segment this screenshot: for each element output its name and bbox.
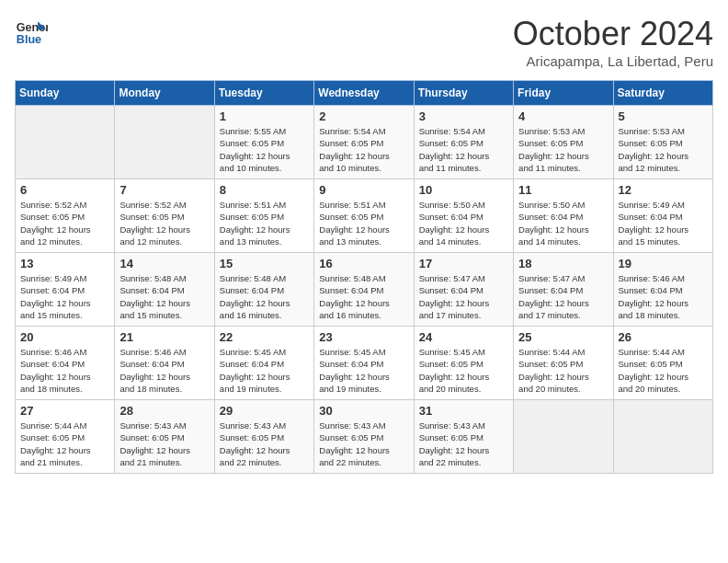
day-info: Sunrise: 5:50 AM Sunset: 6:04 PM Dayligh… [518, 199, 608, 247]
location-subtitle: Aricapampa, La Libertad, Peru [513, 53, 713, 69]
day-number: 8 [220, 183, 309, 197]
day-info: Sunrise: 5:51 AM Sunset: 6:05 PM Dayligh… [220, 199, 309, 247]
day-info: Sunrise: 5:52 AM Sunset: 6:05 PM Dayligh… [20, 199, 109, 247]
day-number: 31 [419, 404, 508, 418]
column-header-saturday: Saturday [613, 81, 712, 106]
calendar-cell: 17Sunrise: 5:47 AM Sunset: 6:04 PM Dayli… [414, 253, 513, 327]
day-number: 26 [619, 330, 708, 344]
day-info: Sunrise: 5:47 AM Sunset: 6:04 PM Dayligh… [419, 272, 508, 321]
calendar-cell: 10Sunrise: 5:50 AM Sunset: 6:04 PM Dayli… [414, 179, 513, 253]
calendar-cell: 20Sunrise: 5:46 AM Sunset: 6:04 PM Dayli… [16, 327, 115, 400]
day-info: Sunrise: 5:44 AM Sunset: 6:05 PM Dayligh… [20, 419, 109, 468]
calendar-week-row: 1Sunrise: 5:55 AM Sunset: 6:05 PM Daylig… [16, 106, 713, 179]
day-info: Sunrise: 5:43 AM Sunset: 6:05 PM Dayligh… [119, 419, 209, 468]
calendar-cell: 22Sunrise: 5:45 AM Sunset: 6:04 PM Dayli… [214, 327, 313, 400]
calendar-week-row: 20Sunrise: 5:46 AM Sunset: 6:04 PM Dayli… [16, 327, 713, 400]
column-header-sunday: Sunday [16, 81, 115, 106]
calendar-cell: 27Sunrise: 5:44 AM Sunset: 6:05 PM Dayli… [16, 400, 115, 474]
calendar-cell: 12Sunrise: 5:49 AM Sunset: 6:04 PM Dayli… [613, 179, 712, 253]
calendar-header-row: SundayMondayTuesdayWednesdayThursdayFrid… [16, 81, 713, 106]
day-number: 18 [518, 257, 608, 270]
calendar-cell: 5Sunrise: 5:53 AM Sunset: 6:05 PM Daylig… [613, 106, 712, 179]
calendar-cell: 14Sunrise: 5:48 AM Sunset: 6:04 PM Dayli… [115, 253, 214, 327]
day-info: Sunrise: 5:44 AM Sunset: 6:05 PM Dayligh… [619, 346, 708, 395]
page-header: General Blue October 2024 Aricapampa, La… [15, 15, 713, 69]
day-info: Sunrise: 5:54 AM Sunset: 6:05 PM Dayligh… [419, 125, 508, 174]
calendar-cell: 3Sunrise: 5:54 AM Sunset: 6:05 PM Daylig… [414, 106, 513, 179]
day-info: Sunrise: 5:53 AM Sunset: 6:05 PM Dayligh… [518, 125, 608, 174]
calendar-cell [16, 106, 115, 179]
day-number: 6 [20, 183, 109, 197]
day-info: Sunrise: 5:43 AM Sunset: 6:05 PM Dayligh… [220, 419, 309, 468]
calendar-cell: 29Sunrise: 5:43 AM Sunset: 6:05 PM Dayli… [214, 400, 313, 474]
calendar-cell: 4Sunrise: 5:53 AM Sunset: 6:05 PM Daylig… [514, 106, 613, 179]
calendar-cell: 26Sunrise: 5:44 AM Sunset: 6:05 PM Dayli… [613, 327, 712, 400]
calendar-cell: 8Sunrise: 5:51 AM Sunset: 6:05 PM Daylig… [214, 179, 313, 253]
day-info: Sunrise: 5:46 AM Sunset: 6:04 PM Dayligh… [119, 346, 209, 395]
calendar-cell [514, 400, 613, 474]
calendar-cell: 23Sunrise: 5:45 AM Sunset: 6:04 PM Dayli… [314, 327, 414, 400]
column-header-wednesday: Wednesday [314, 81, 414, 106]
calendar-cell: 2Sunrise: 5:54 AM Sunset: 6:05 PM Daylig… [314, 106, 414, 179]
day-info: Sunrise: 5:44 AM Sunset: 6:05 PM Dayligh… [518, 346, 608, 395]
day-info: Sunrise: 5:54 AM Sunset: 6:05 PM Dayligh… [319, 125, 408, 174]
day-number: 13 [20, 257, 109, 270]
calendar-cell: 9Sunrise: 5:51 AM Sunset: 6:05 PM Daylig… [314, 179, 414, 253]
day-number: 24 [419, 330, 508, 344]
day-number: 16 [319, 257, 408, 270]
day-info: Sunrise: 5:51 AM Sunset: 6:05 PM Dayligh… [319, 199, 408, 247]
day-info: Sunrise: 5:49 AM Sunset: 6:04 PM Dayligh… [619, 199, 708, 247]
calendar-cell: 21Sunrise: 5:46 AM Sunset: 6:04 PM Dayli… [115, 327, 214, 400]
day-number: 23 [319, 330, 408, 344]
day-number: 27 [20, 404, 109, 418]
day-number: 11 [518, 183, 608, 197]
day-info: Sunrise: 5:52 AM Sunset: 6:05 PM Dayligh… [119, 199, 209, 247]
day-info: Sunrise: 5:46 AM Sunset: 6:04 PM Dayligh… [619, 272, 708, 321]
calendar-cell: 25Sunrise: 5:44 AM Sunset: 6:05 PM Dayli… [514, 327, 613, 400]
day-number: 7 [119, 183, 209, 197]
day-info: Sunrise: 5:45 AM Sunset: 6:04 PM Dayligh… [220, 346, 309, 395]
calendar-cell: 24Sunrise: 5:45 AM Sunset: 6:05 PM Dayli… [414, 327, 513, 400]
day-info: Sunrise: 5:43 AM Sunset: 6:05 PM Dayligh… [419, 419, 508, 468]
calendar-table: SundayMondayTuesdayWednesdayThursdayFrid… [15, 80, 713, 474]
day-number: 28 [119, 404, 209, 418]
day-info: Sunrise: 5:48 AM Sunset: 6:04 PM Dayligh… [220, 272, 309, 321]
calendar-cell: 7Sunrise: 5:52 AM Sunset: 6:05 PM Daylig… [115, 179, 214, 253]
day-number: 10 [419, 183, 508, 197]
column-header-tuesday: Tuesday [214, 81, 313, 106]
day-info: Sunrise: 5:45 AM Sunset: 6:05 PM Dayligh… [419, 346, 508, 395]
calendar-week-row: 27Sunrise: 5:44 AM Sunset: 6:05 PM Dayli… [16, 400, 713, 474]
day-number: 14 [119, 257, 209, 270]
day-number: 15 [220, 257, 309, 270]
calendar-week-row: 6Sunrise: 5:52 AM Sunset: 6:05 PM Daylig… [16, 179, 713, 253]
calendar-cell: 1Sunrise: 5:55 AM Sunset: 6:05 PM Daylig… [214, 106, 313, 179]
day-info: Sunrise: 5:50 AM Sunset: 6:04 PM Dayligh… [419, 199, 508, 247]
day-info: Sunrise: 5:53 AM Sunset: 6:05 PM Dayligh… [619, 125, 708, 174]
calendar-cell [613, 400, 712, 474]
calendar-week-row: 13Sunrise: 5:49 AM Sunset: 6:04 PM Dayli… [16, 253, 713, 327]
logo-icon: General Blue [15, 15, 48, 48]
day-number: 30 [319, 404, 408, 418]
calendar-cell: 28Sunrise: 5:43 AM Sunset: 6:05 PM Dayli… [115, 400, 214, 474]
calendar-cell [115, 106, 214, 179]
day-info: Sunrise: 5:47 AM Sunset: 6:04 PM Dayligh… [518, 272, 608, 321]
calendar-cell: 15Sunrise: 5:48 AM Sunset: 6:04 PM Dayli… [214, 253, 313, 327]
day-number: 22 [220, 330, 309, 344]
column-header-thursday: Thursday [414, 81, 513, 106]
day-number: 12 [619, 183, 708, 197]
title-block: October 2024 Aricapampa, La Libertad, Pe… [513, 15, 713, 69]
calendar-cell: 16Sunrise: 5:48 AM Sunset: 6:04 PM Dayli… [314, 253, 414, 327]
day-info: Sunrise: 5:49 AM Sunset: 6:04 PM Dayligh… [20, 272, 109, 321]
day-info: Sunrise: 5:45 AM Sunset: 6:04 PM Dayligh… [319, 346, 408, 395]
day-info: Sunrise: 5:48 AM Sunset: 6:04 PM Dayligh… [319, 272, 408, 321]
day-number: 20 [20, 330, 109, 344]
calendar-cell: 11Sunrise: 5:50 AM Sunset: 6:04 PM Dayli… [514, 179, 613, 253]
day-info: Sunrise: 5:43 AM Sunset: 6:05 PM Dayligh… [319, 419, 408, 468]
day-number: 9 [319, 183, 408, 197]
day-info: Sunrise: 5:48 AM Sunset: 6:04 PM Dayligh… [119, 272, 209, 321]
day-number: 3 [419, 109, 508, 123]
day-number: 17 [419, 257, 508, 270]
calendar-cell: 19Sunrise: 5:46 AM Sunset: 6:04 PM Dayli… [613, 253, 712, 327]
calendar-cell: 31Sunrise: 5:43 AM Sunset: 6:05 PM Dayli… [414, 400, 513, 474]
calendar-cell: 13Sunrise: 5:49 AM Sunset: 6:04 PM Dayli… [16, 253, 115, 327]
